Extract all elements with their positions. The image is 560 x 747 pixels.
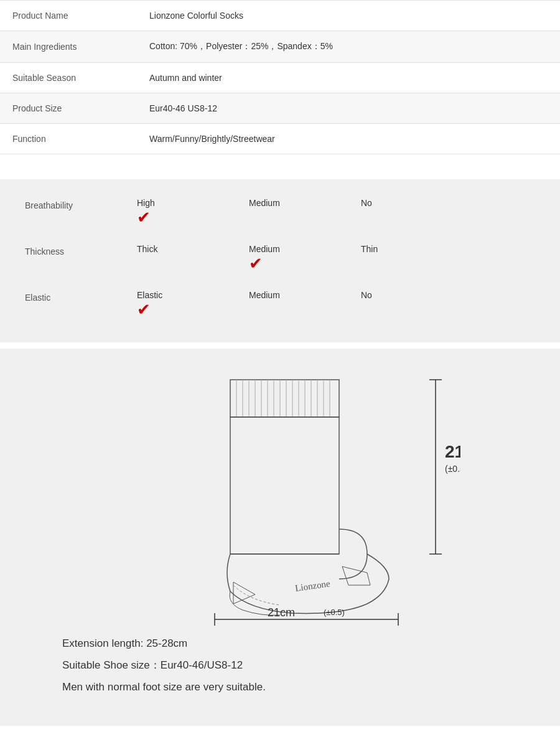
attr-option: Medium bbox=[249, 290, 361, 317]
product-row: Product Name Lionzone Colorful Socks bbox=[0, 1, 560, 31]
svg-text:21: 21 bbox=[445, 442, 460, 461]
product-info-table: Product Name Lionzone Colorful Socks Mai… bbox=[0, 0, 560, 154]
size-note: Men with normal foot size are very suita… bbox=[62, 679, 498, 695]
attr-option: Thin bbox=[361, 244, 473, 271]
svg-rect-23 bbox=[230, 417, 339, 554]
attr-row-label: Thickness bbox=[25, 244, 137, 271]
product-value: Autumn and winter bbox=[137, 63, 560, 93]
product-value: Lionzone Colorful Socks bbox=[137, 1, 560, 31]
checkmark-icon: ✔ bbox=[249, 255, 361, 271]
checkmark-icon: ✔ bbox=[137, 301, 249, 317]
size-notes: Extension length: 25-28cmSuitable Shoe s… bbox=[25, 635, 535, 701]
sock-diagram: 21 cm (±0.5) bbox=[100, 361, 460, 629]
product-label: Product Size bbox=[0, 93, 137, 124]
attributes-section: BreathabilityHigh✔MediumNoThicknessThick… bbox=[0, 179, 560, 342]
product-value: Cotton: 70%，Polyester：25%，Spandex：5% bbox=[137, 31, 560, 63]
attr-option: No bbox=[361, 198, 473, 225]
attr-option: Medium✔ bbox=[249, 244, 361, 271]
attr-option: Thick bbox=[137, 244, 249, 271]
product-label: Product Name bbox=[0, 1, 137, 31]
attr-option: Medium bbox=[249, 198, 361, 225]
svg-text:21cm: 21cm bbox=[268, 606, 295, 619]
attr-option: Elastic✔ bbox=[137, 290, 249, 317]
svg-text:(±0.5): (±0.5) bbox=[445, 464, 460, 474]
product-label: Main Ingredients bbox=[0, 31, 137, 63]
svg-text:Lionzone: Lionzone bbox=[294, 578, 331, 593]
size-section: 21 cm (±0.5) bbox=[0, 349, 560, 726]
attr-option: No bbox=[361, 290, 473, 317]
attr-row-label: Elastic bbox=[25, 290, 137, 317]
checkmark-icon: ✔ bbox=[137, 209, 249, 225]
product-row: Main Ingredients Cotton: 70%，Polyester：2… bbox=[0, 31, 560, 63]
svg-text:(±0.5): (±0.5) bbox=[324, 608, 345, 617]
product-row: Suitable Season Autumn and winter bbox=[0, 63, 560, 93]
attr-row-label: Breathability bbox=[25, 198, 137, 225]
product-row: Function Warm/Funny/Brightly/Streetwear bbox=[0, 124, 560, 154]
product-label: Suitable Season bbox=[0, 63, 137, 93]
product-label: Function bbox=[0, 124, 137, 154]
svg-rect-6 bbox=[230, 380, 339, 417]
attr-option: High✔ bbox=[137, 198, 249, 225]
product-value: Eur40-46 US8-12 bbox=[137, 93, 560, 124]
size-note: Extension length: 25-28cm bbox=[62, 635, 498, 652]
product-value: Warm/Funny/Brightly/Streetwear bbox=[137, 124, 560, 154]
size-note: Suitable Shoe size：Eur40-46/US8-12 bbox=[62, 657, 498, 674]
product-row: Product Size Eur40-46 US8-12 bbox=[0, 93, 560, 124]
